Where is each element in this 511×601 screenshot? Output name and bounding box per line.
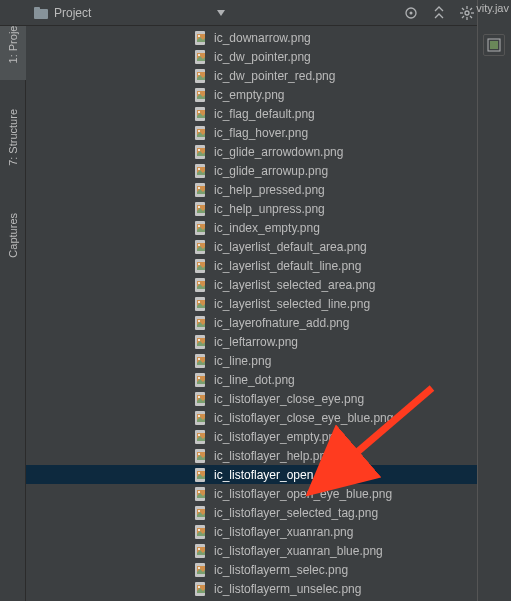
editor-tab-fragment[interactable]: vity.jav: [476, 2, 509, 14]
tree-file-item[interactable]: ic_listoflayer_xuanran.png: [26, 522, 511, 541]
tree-file-item[interactable]: ic_help_pressed.png: [26, 180, 511, 199]
tool-window-bar-left: 1: Project 7: Structure Captures: [0, 0, 26, 601]
project-view-combo[interactable]: Project: [26, 2, 233, 24]
tree-file-item[interactable]: ic_leftarrow.png: [26, 332, 511, 351]
svg-point-46: [198, 225, 200, 227]
tree-file-item[interactable]: ic_listoflayer_close_eye_blue.png: [26, 408, 511, 427]
tree-file-item[interactable]: ic_empty.png: [26, 85, 511, 104]
collapse-all-button[interactable]: [429, 3, 449, 23]
tree-file-item[interactable]: ic_dw_pointer_red.png: [26, 66, 511, 85]
file-name-label: ic_listoflayer_xuanran.png: [214, 525, 353, 539]
svg-point-22: [198, 73, 200, 75]
svg-point-76: [198, 415, 200, 417]
project-view-label: Project: [54, 6, 91, 20]
project-tree[interactable]: ic_downarrow.pngic_dw_pointer.pngic_dw_p…: [26, 26, 511, 601]
tree-file-item[interactable]: ic_listoflayerm_unselec.png: [26, 579, 511, 598]
chevron-down-icon: [217, 10, 225, 16]
tree-file-item[interactable]: ic_glide_arrowdown.png: [26, 142, 511, 161]
scroll-from-source-button[interactable]: [401, 3, 421, 23]
file-name-label: ic_listoflayer_open_eye.png: [214, 468, 363, 482]
tree-file-item[interactable]: ic_listoflayer_open_eye.png: [26, 465, 511, 484]
preview-toggle-button[interactable]: [483, 34, 505, 56]
image-file-icon: [194, 468, 208, 482]
svg-line-9: [462, 8, 464, 10]
tree-file-item[interactable]: ic_help_unpress.png: [26, 199, 511, 218]
svg-point-85: [198, 472, 200, 474]
svg-point-16: [198, 35, 200, 37]
tree-file-item[interactable]: ic_layerlist_selected_area.png: [26, 275, 511, 294]
tool-window-tab-structure[interactable]: 7: Structure: [0, 90, 26, 185]
image-file-icon: [194, 31, 208, 45]
svg-point-37: [198, 168, 200, 170]
tree-file-item[interactable]: ic_layerofnature_add.png: [26, 313, 511, 332]
image-file-icon: [194, 316, 208, 330]
tree-file-item[interactable]: ic_listoflayer_close_eye.png: [26, 389, 511, 408]
svg-line-10: [470, 16, 472, 18]
image-file-icon: [194, 449, 208, 463]
image-file-icon: [194, 544, 208, 558]
tree-file-item[interactable]: ic_flag_default.png: [26, 104, 511, 123]
tree-file-item[interactable]: ic_listoflayer_xuanran_blue.png: [26, 541, 511, 560]
svg-point-34: [198, 149, 200, 151]
tree-file-item[interactable]: ic_index_empty.png: [26, 218, 511, 237]
file-name-label: ic_downarrow.png: [214, 31, 311, 45]
file-name-label: ic_layerofnature_add.png: [214, 316, 349, 330]
svg-point-91: [198, 510, 200, 512]
svg-point-58: [198, 301, 200, 303]
image-file-icon: [194, 69, 208, 83]
file-name-label: ic_listoflayerm_selec.png: [214, 563, 348, 577]
image-file-icon: [194, 411, 208, 425]
image-file-icon: [194, 278, 208, 292]
tree-file-item[interactable]: ic_layerlist_default_area.png: [26, 237, 511, 256]
image-file-icon: [194, 221, 208, 235]
tree-file-item[interactable]: ic_listoflayer_open_eye_blue.png: [26, 484, 511, 503]
svg-point-103: [198, 586, 200, 588]
svg-point-25: [198, 92, 200, 94]
svg-point-4: [465, 11, 469, 15]
image-file-icon: [194, 145, 208, 159]
tree-file-item[interactable]: ic_listoflayerm_selec.png: [26, 560, 511, 579]
svg-point-67: [198, 358, 200, 360]
file-name-label: ic_layerlist_default_line.png: [214, 259, 361, 273]
settings-button[interactable]: [457, 3, 477, 23]
tree-file-item[interactable]: ic_line.png: [26, 351, 511, 370]
image-file-icon: [194, 373, 208, 387]
editor-area: vity.jav: [477, 0, 511, 601]
file-name-label: ic_line_dot.png: [214, 373, 295, 387]
tree-file-item[interactable]: ic_downarrow.png: [26, 28, 511, 47]
image-file-icon: [194, 164, 208, 178]
file-name-label: ic_layerlist_selected_line.png: [214, 297, 370, 311]
svg-point-28: [198, 111, 200, 113]
file-name-label: ic_leftarrow.png: [214, 335, 298, 349]
tree-file-item[interactable]: ic_layerlist_selected_line.png: [26, 294, 511, 313]
file-name-label: ic_glide_arrowdown.png: [214, 145, 343, 159]
svg-rect-1: [34, 7, 40, 11]
file-name-label: ic_listoflayer_selected_tag.png: [214, 506, 378, 520]
tree-file-item[interactable]: ic_listoflayer_help.png: [26, 446, 511, 465]
tree-file-item[interactable]: ic_listoflayer_empty.png: [26, 427, 511, 446]
file-name-label: ic_glide_arrowup.png: [214, 164, 328, 178]
tree-file-item[interactable]: ic_layerlist_default_line.png: [26, 256, 511, 275]
tree-file-item[interactable]: ic_listoflayer_selected_tag.png: [26, 503, 511, 522]
file-name-label: ic_dw_pointer_red.png: [214, 69, 335, 83]
tool-window-tab-captures[interactable]: Captures: [0, 195, 26, 275]
file-name-label: ic_listoflayer_close_eye.png: [214, 392, 364, 406]
file-name-label: ic_help_pressed.png: [214, 183, 325, 197]
tree-file-item[interactable]: ic_dw_pointer.png: [26, 47, 511, 66]
svg-point-82: [198, 453, 200, 455]
image-file-icon: [194, 50, 208, 64]
structure-tab-label: 7: Structure: [7, 109, 19, 166]
file-name-label: ic_layerlist_default_area.png: [214, 240, 367, 254]
image-file-icon: [194, 259, 208, 273]
svg-point-3: [410, 11, 413, 14]
file-name-label: ic_dw_pointer.png: [214, 50, 311, 64]
tree-file-item[interactable]: ic_glide_arrowup.png: [26, 161, 511, 180]
tree-file-item[interactable]: ic_line_dot.png: [26, 370, 511, 389]
svg-point-88: [198, 491, 200, 493]
tree-file-item[interactable]: ic_flag_hover.png: [26, 123, 511, 142]
file-name-label: ic_listoflayer_xuanran_blue.png: [214, 544, 383, 558]
image-file-icon: [194, 240, 208, 254]
svg-point-97: [198, 548, 200, 550]
image-file-icon: [194, 126, 208, 140]
svg-line-11: [462, 16, 464, 18]
